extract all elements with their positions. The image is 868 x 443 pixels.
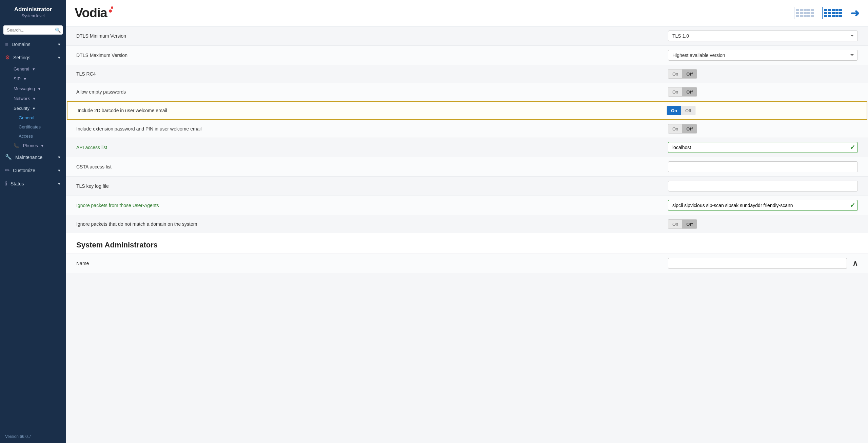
status-icon: ℹ <box>5 180 7 187</box>
ignore-user-agents-input[interactable] <box>668 200 858 211</box>
sidebar-item-phones[interactable]: 📞 Phones ▼ <box>0 141 66 150</box>
content-area: DTLS Minimum Version TLS 1.0 TLS 1.1 TLS… <box>66 26 868 443</box>
include-2d-barcode-row: Include 2D barcode in user welcome email… <box>67 101 867 120</box>
sidebar-item-customize[interactable]: ✏ Customize ▼ <box>0 164 66 177</box>
include-ext-password-control: On Off <box>668 124 858 134</box>
allow-empty-passwords-control: On Off <box>668 87 858 97</box>
admins-name-control: ∧ <box>668 258 858 269</box>
dtls-min-control: TLS 1.0 TLS 1.1 TLS 1.2 TLS 1.3 <box>668 31 858 41</box>
vodia-logo: Vodia <box>75 6 107 20</box>
sidebar-subsub-label: Certificates <box>19 124 41 129</box>
include-2d-barcode-toggle[interactable]: On Off <box>667 106 695 115</box>
toggle-off-label: Off <box>681 106 695 115</box>
allow-empty-passwords-label: Allow empty passwords <box>76 89 668 95</box>
general-caret: ▼ <box>32 67 36 71</box>
toggle-off-label: Off <box>682 220 697 228</box>
toggle-off-label: Off <box>682 69 697 78</box>
grid-view-icon[interactable] <box>794 7 816 19</box>
dtls-max-select[interactable]: Highest available version TLS 1.0 TLS 1.… <box>668 50 858 61</box>
sidebar-item-network[interactable]: Network ▼ <box>0 94 66 103</box>
domains-icon: ≡ <box>5 41 8 47</box>
dtls-min-row: DTLS Minimum Version TLS 1.0 TLS 1.1 TLS… <box>66 26 868 46</box>
tls-key-log-row: TLS key log file <box>66 177 868 196</box>
csta-access-list-control <box>668 161 858 172</box>
table-view-icon[interactable] <box>822 7 844 19</box>
sidebar-item-maintenance[interactable]: 🔧 Maintenance ▼ <box>0 150 66 164</box>
dtls-min-select[interactable]: TLS 1.0 TLS 1.1 TLS 1.2 TLS 1.3 <box>668 31 858 41</box>
sidebar-item-messaging[interactable]: Messaging ▼ <box>0 84 66 94</box>
tls-key-log-label: TLS key log file <box>76 183 668 189</box>
tls-rc4-toggle[interactable]: On Off <box>668 69 697 79</box>
main-area: Vodia ➜ DTLS Minimum Ver <box>66 0 868 443</box>
sidebar-item-label: Maintenance <box>15 155 42 160</box>
phones-caret: ▼ <box>40 144 44 148</box>
sidebar-subsub-label: Access <box>19 134 33 139</box>
sidebar-item-security[interactable]: Security ▼ <box>0 103 66 113</box>
logo-dot-small <box>111 6 113 9</box>
system-admins-header: System Administrators <box>66 233 868 254</box>
search-button[interactable]: 🔍 <box>55 27 61 33</box>
api-access-list-label[interactable]: API access list <box>76 145 668 150</box>
include-ext-password-toggle[interactable]: On Off <box>668 124 697 134</box>
domains-caret: ▼ <box>57 42 61 46</box>
ignore-no-domain-control: On Off <box>668 219 858 229</box>
tls-key-log-control <box>668 181 858 192</box>
admin-title: Administrator <box>5 6 61 13</box>
sidebar-item-settings[interactable]: ⚙ Settings ▼ <box>0 51 66 64</box>
sidebar-item-status[interactable]: ℹ Status ▼ <box>0 177 66 190</box>
sidebar: Administrator System level 🔍 ≡ Domains ▼… <box>0 0 66 443</box>
sidebar-sub-label: Phones <box>23 143 38 148</box>
include-ext-password-label: Include extension password and PIN in us… <box>76 126 668 132</box>
logo-dots <box>109 6 113 13</box>
sort-up-icon: ∧ <box>852 259 858 268</box>
search-input[interactable] <box>3 25 63 35</box>
api-access-list-input-wrap: ✓ <box>668 142 858 153</box>
tls-key-log-input[interactable] <box>668 181 858 192</box>
sidebar-sub-label: Security <box>14 106 29 111</box>
api-access-list-control: ✓ <box>668 142 858 153</box>
api-access-list-input[interactable] <box>668 142 858 153</box>
sidebar-item-label: Domains <box>12 42 30 47</box>
admins-name-row: Name ∧ <box>66 254 868 273</box>
ignore-no-domain-toggle[interactable]: On Off <box>668 219 697 229</box>
allow-empty-passwords-toggle[interactable]: On Off <box>668 87 697 97</box>
phones-icon: 📞 <box>14 143 19 148</box>
sidebar-nav: ≡ Domains ▼ ⚙ Settings ▼ General ▼ SIP ▼… <box>0 38 66 430</box>
ignore-user-agents-label[interactable]: Ignore packets from those User-Agents <box>76 203 668 208</box>
sip-caret: ▼ <box>23 77 27 81</box>
system-admins-title: System Administrators <box>76 241 158 249</box>
sidebar-item-security-general[interactable]: General <box>0 113 66 122</box>
exit-button[interactable]: ➜ <box>850 7 860 20</box>
tls-rc4-row: TLS RC4 On Off <box>66 65 868 83</box>
messaging-caret: ▼ <box>38 87 41 91</box>
toggle-on-label: On <box>668 124 682 133</box>
sidebar-item-label: Customize <box>13 168 35 173</box>
topbar-icons: ➜ <box>794 7 860 20</box>
sidebar-item-general[interactable]: General ▼ <box>0 64 66 74</box>
sidebar-item-certificates[interactable]: Certificates <box>0 122 66 132</box>
dtls-max-control: Highest available version TLS 1.0 TLS 1.… <box>668 50 858 61</box>
sidebar-header: Administrator System level <box>0 0 66 22</box>
sidebar-item-sip[interactable]: SIP ▼ <box>0 74 66 84</box>
include-ext-password-row: Include extension password and PIN in us… <box>66 120 868 138</box>
csta-access-list-input[interactable] <box>668 161 858 172</box>
sidebar-search-area: 🔍 <box>0 22 66 38</box>
system-level: System level <box>5 14 61 18</box>
admins-name-input[interactable] <box>668 258 847 269</box>
toggle-off-label: Off <box>682 87 697 96</box>
logo-area: Vodia <box>75 6 107 20</box>
toggle-on-label: On <box>668 220 682 228</box>
settings-caret: ▼ <box>57 56 61 60</box>
sidebar-item-access[interactable]: Access <box>0 132 66 141</box>
allow-empty-passwords-row: Allow empty passwords On Off <box>66 83 868 101</box>
include-2d-barcode-control: On Off <box>667 106 856 115</box>
tls-rc4-label: TLS RC4 <box>76 71 668 77</box>
toggle-on-label: On <box>668 69 682 78</box>
ignore-user-agents-input-wrap: ✓ <box>668 200 858 211</box>
ignore-user-agents-check-icon: ✓ <box>850 202 855 209</box>
toggle-off-label: Off <box>682 124 697 133</box>
sidebar-sub-label: Network <box>14 96 30 101</box>
sidebar-item-domains[interactable]: ≡ Domains ▼ <box>0 38 66 51</box>
sidebar-item-label: Status <box>11 181 24 186</box>
ignore-no-domain-label: Ignore packets that do not match a domai… <box>76 221 668 227</box>
